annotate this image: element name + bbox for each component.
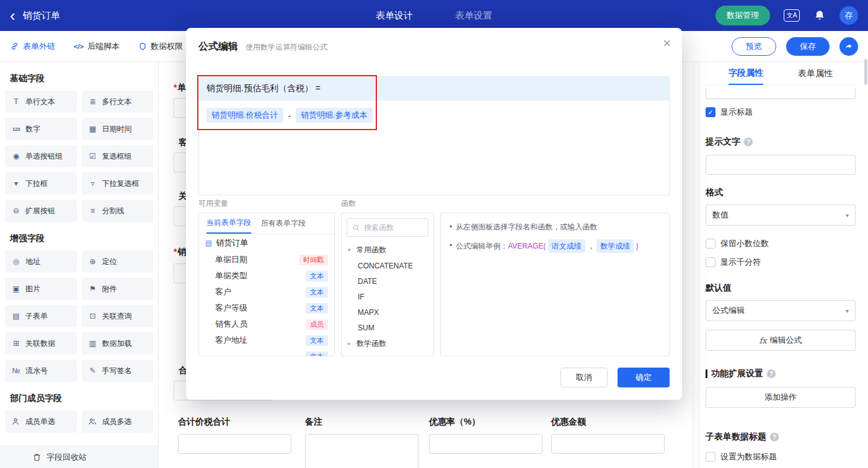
edit-formula-button[interactable]: fx 编辑公式 [706, 330, 856, 351]
language-icon[interactable]: 文A [784, 9, 800, 22]
variable-row[interactable]: 销售人员成员 [199, 316, 334, 332]
preview-button[interactable]: 预览 [732, 37, 776, 56]
field-related-query[interactable]: ⊡关联查询 [82, 305, 154, 327]
panel-scrollbar-thumb[interactable] [864, 59, 867, 85]
data-manage-button[interactable]: 数据管理 [715, 6, 770, 25]
tab-form-design[interactable]: 表单设计 [376, 10, 413, 22]
field-datetime[interactable]: ▦日期时间 [82, 118, 154, 140]
set-data-title-row[interactable]: 设置为数据标题 [706, 451, 856, 462]
tab-form-properties[interactable]: 表单属性 [798, 62, 833, 85]
field-serial-number[interactable]: №流水号 [5, 360, 77, 382]
function-group-math[interactable]: ▸ 数学函数 [342, 335, 433, 351]
document-icon: ▤ [205, 239, 212, 247]
variables-root[interactable]: ▤ 销货订单 [199, 234, 334, 252]
formula-operator: - [288, 111, 291, 120]
field-data-load[interactable]: ▥数据加载 [82, 332, 154, 355]
attachment-icon: ⚑ [88, 285, 98, 293]
field-dropdown[interactable]: ▾下拉框 [5, 172, 77, 195]
field-dropdown-multi[interactable]: ▿下拉复选框 [82, 172, 154, 195]
default-value-select[interactable]: 公式编辑 ▾ [706, 300, 856, 321]
formula-expression[interactable]: 销货明细.价税合计 - 销货明细.参考成本 [199, 100, 669, 130]
default-value-label: 默认值 [706, 283, 856, 294]
field-image[interactable]: ▣图片 [5, 278, 77, 300]
canvas-scrollbar[interactable] [693, 62, 699, 468]
help-example: 公式编辑举例：AVERAGE( 语文成绩 ， 数学成绩 ) [456, 239, 639, 253]
field-address[interactable]: ◎地址 [5, 250, 77, 273]
checkbox-thousand-sep[interactable] [706, 257, 715, 267]
tab-field-properties[interactable]: 字段属性 [728, 62, 763, 85]
tab-form-settings[interactable]: 表单设置 [455, 10, 492, 22]
show-title-row[interactable]: ✓ 显示标题 [706, 107, 856, 118]
field-recycle-bin[interactable]: 字段回收站 [0, 446, 159, 468]
keep-decimal-row[interactable]: 保留小数位数 [706, 238, 856, 249]
function-search-input[interactable] [364, 223, 423, 232]
formula-token-operand1[interactable]: 销货明细.价税合计 [206, 108, 283, 123]
field-checkbox-group[interactable]: ☑复选框组 [82, 145, 154, 167]
field-radio-group[interactable]: ◉单选按钮组 [5, 145, 77, 167]
help-icon[interactable]: ? [770, 433, 779, 441]
variable-row[interactable]: 客户地址文本 [199, 332, 334, 348]
thousand-sep-row[interactable]: 显示千分符 [706, 257, 856, 268]
share-button[interactable] [839, 37, 858, 56]
field-extend-button[interactable]: ⊖扩展按钮 [5, 200, 77, 222]
field-related-data[interactable]: ⊞关联数据 [5, 332, 77, 355]
formula-editor-area[interactable]: 销货明细.预估毛利（含税） = 销货明细.价税合计 - 销货明细.参考成本 [198, 76, 670, 195]
save-button[interactable]: 保存 [786, 37, 830, 56]
function-item[interactable]: IF [342, 289, 433, 304]
backend-script-item[interactable]: </> 后端脚本 [74, 41, 120, 52]
function-item[interactable]: CONCATENATE [342, 258, 433, 273]
help-icon[interactable]: ? [767, 369, 776, 378]
field-label: 优惠率（%） [429, 417, 542, 428]
tab-current-form-fields[interactable]: 当前表单字段 [206, 213, 251, 234]
back-icon[interactable]: ‹ [10, 9, 16, 22]
checkbox-keep-decimal[interactable] [706, 239, 715, 249]
avatar[interactable]: 存 [839, 6, 858, 25]
function-search[interactable] [347, 218, 428, 237]
field-number[interactable]: 123数字 [5, 118, 77, 140]
field-input[interactable] [551, 434, 665, 454]
variable-row[interactable]: 客户等级文本 [199, 300, 334, 316]
tab-all-form-fields[interactable]: 所有表单字段 [261, 213, 306, 234]
canvas-field-discount-amount[interactable]: 优惠金额 [551, 417, 665, 454]
canvas-field-discount-rate[interactable]: 优惠率（%） [429, 417, 542, 454]
link-icon [10, 42, 19, 51]
help-icon[interactable]: ? [744, 138, 753, 146]
checkbox-set-data-title[interactable] [706, 452, 715, 462]
canvas-field-total[interactable]: 合计价税合计 [178, 417, 291, 454]
clipped-title-input[interactable] [706, 88, 856, 99]
function-item[interactable]: DATE [342, 273, 433, 289]
bell-icon[interactable] [813, 9, 826, 22]
add-action-button[interactable]: 添加操作 [706, 387, 856, 408]
format-select[interactable]: 数值 ▾ [706, 205, 856, 226]
field-input[interactable] [178, 434, 291, 454]
formula-token-operand2[interactable]: 销货明细.参考成本 [296, 108, 373, 123]
variable-row[interactable]: 客户文本 [199, 284, 334, 300]
field-divider[interactable]: ≡分割线 [82, 200, 154, 222]
cancel-button[interactable]: 取消 [560, 368, 608, 387]
confirm-button[interactable]: 确定 [618, 368, 670, 387]
field-attachment[interactable]: ⚑附件 [82, 278, 154, 300]
function-group-text[interactable]: ▸ 文本函数 [342, 351, 433, 356]
field-multi-line-text[interactable]: ≣多行文本 [82, 91, 154, 113]
canvas-field-remark[interactable]: 备注 [305, 417, 418, 468]
divider-icon: ≡ [88, 206, 98, 215]
close-icon[interactable]: × [663, 37, 671, 50]
form-external-link-item[interactable]: 表单外链 [10, 41, 55, 52]
field-single-line-text[interactable]: T单行文本 [5, 91, 77, 113]
variable-row[interactable]: 单据类型文本 [199, 268, 334, 284]
variable-row[interactable]: 单据日期时间戳 [199, 252, 334, 268]
field-member-single[interactable]: 成员单选 [5, 410, 77, 433]
function-item[interactable]: SUM [342, 320, 433, 335]
data-permission-item[interactable]: 数据权限 [138, 41, 183, 52]
field-signature[interactable]: ✎手写签名 [82, 360, 154, 382]
checkbox-show-title[interactable]: ✓ [706, 107, 715, 117]
field-subform[interactable]: ▤子表单 [5, 305, 77, 327]
function-group-common[interactable]: ▾ 常用函数 [342, 242, 433, 258]
field-input[interactable] [305, 434, 418, 468]
field-input[interactable] [429, 434, 542, 454]
hint-text-input[interactable] [706, 155, 856, 175]
field-member-multi[interactable]: 成员多选 [82, 410, 154, 433]
function-item[interactable]: MAPX [342, 304, 433, 320]
variable-row[interactable]: 文本 [199, 348, 334, 356]
field-location[interactable]: ⊕定位 [82, 250, 154, 273]
